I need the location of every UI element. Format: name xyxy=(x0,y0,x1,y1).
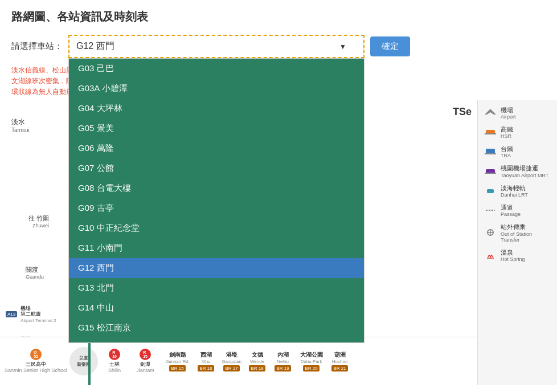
legend-airport-mrt: 桃園機場捷運 Taoyuan Airport MRT xyxy=(484,164,551,178)
childrens-park-icon: 兒童新樂園 xyxy=(69,347,98,375)
item-label: G03A 小碧潭 xyxy=(78,83,128,94)
legend-hotspring: 溫泉 Hot Spring xyxy=(484,248,551,262)
station-circle-o53: O53 xyxy=(30,349,42,360)
select-wrapper: G12 西門 ▼ G03 己巴 G03A 小碧潭 G04 大坪林 G05 景美 xyxy=(68,35,364,58)
page-title: 路網圖、各站資訊及時刻表 xyxy=(0,0,557,30)
dropdown-item-g13[interactable]: G13 北門 xyxy=(69,278,364,298)
item-label: G09 古亭 xyxy=(78,203,114,214)
legend-airport-mrt-en: Taoyuan Airport MRT xyxy=(501,173,548,178)
confirm-button[interactable]: 確定 xyxy=(370,36,410,56)
dropdown-menu: G03 己巴 G03A 小碧潭 G04 大坪林 G05 景美 G06 萬隆 G0… xyxy=(68,58,364,343)
station-selector-row: 請選擇車站： G12 西門 ▼ G03 己巴 G03A 小碧潭 G04 大坪林 xyxy=(0,30,557,63)
dropdown-item-g08[interactable]: G08 台電大樓 xyxy=(69,178,364,198)
dropdown-item-g12[interactable]: G12 西門 xyxy=(69,258,364,278)
station-o53: O53 三民高中Sanmin Senior High School xyxy=(5,349,67,374)
legend-passage: 通道 Passage xyxy=(484,203,551,217)
item-label: G13 北門 xyxy=(78,283,114,293)
plane-icon xyxy=(484,109,497,117)
station-select[interactable]: G12 西門 ▼ xyxy=(68,35,364,58)
legend-lrt: 淡海輕軌 Danhai LRT xyxy=(484,184,551,198)
station-br17: 港墘 Gangqian BR 17 xyxy=(219,351,244,371)
legend-hotspring-label: 溫泉 xyxy=(501,248,525,256)
dropdown-item-g06[interactable]: G06 萬隆 xyxy=(69,138,364,158)
dropdown-item-g10[interactable]: G10 中正紀念堂 xyxy=(69,218,364,238)
station-circle-r15: R15 xyxy=(140,349,151,360)
item-label: G05 景美 xyxy=(78,123,114,134)
legend-lrt-en: Danhai LRT xyxy=(501,192,528,198)
station-br19: 內湖 Neihu BR 19 xyxy=(270,351,296,371)
item-label: G03 己巴 xyxy=(78,63,114,74)
dropdown-arrow-icon: ▼ xyxy=(339,43,346,51)
zhuwei-label: 往 竹圍 Zhuwei xyxy=(28,214,49,228)
passage-icon xyxy=(484,206,497,214)
item-label: G14 中山 xyxy=(78,303,114,313)
brown-line-stations: 劍南路 Jiannan Rd. BR 15 西湖 Xihu BR 16 港墘 G… xyxy=(162,351,353,371)
item-label: G10 中正紀念堂 xyxy=(78,223,140,234)
item-label: G04 大坪林 xyxy=(78,103,122,114)
legend-hsr: 高鐵 HSR xyxy=(484,125,551,139)
dropdown-item-g15[interactable]: G15 松江南京 xyxy=(69,318,364,338)
item-label: G11 小南門 xyxy=(78,243,122,254)
item-label: G07 公館 xyxy=(78,163,114,174)
hsr-icon xyxy=(484,128,497,136)
legend-transfer-en: Out of Station Transfer xyxy=(501,231,551,243)
station-r16: R16 士林Shilin xyxy=(100,349,129,374)
dropdown-item-g11[interactable]: G11 小南門 xyxy=(69,238,364,258)
legend-lrt-label: 淡海輕軌 xyxy=(501,184,528,192)
transfer-icon xyxy=(484,228,497,236)
svg-rect-2 xyxy=(485,133,496,134)
tra-icon xyxy=(484,148,497,156)
airport-mrt-icon xyxy=(484,168,497,175)
legend-transfer-label: 站外傳乘 xyxy=(501,223,551,231)
bottom-station-bar: O53 三民高中Sanmin Senior High School 兒童新樂園 … xyxy=(0,337,477,385)
dropdown-item-g16[interactable]: G16 南京復興 xyxy=(69,338,364,343)
legend-transfer: 站外傳乘 Out of Station Transfer xyxy=(484,223,551,242)
dropdown-item-g03[interactable]: G03 己巴 xyxy=(69,59,364,79)
legend-airport-mrt-label: 桃園機場捷運 xyxy=(501,164,548,172)
item-label: G12 西門 xyxy=(78,263,114,273)
station-circle-r16: R16 xyxy=(109,349,120,360)
legend-hotspring-en: Hot Spring xyxy=(501,256,525,262)
station-br16: 西湖 Xihu BR 16 xyxy=(193,351,219,371)
selected-station-label: G12 西門 xyxy=(76,40,114,52)
svg-rect-4 xyxy=(485,153,496,154)
legend-hsr-en: HSR xyxy=(501,133,513,139)
airport-a13: A13 機場第二航廈Airport Terminal 2 xyxy=(6,305,56,324)
legend-tra-en: TRA xyxy=(501,153,513,158)
selector-label: 請選擇車站： xyxy=(11,41,63,52)
tamsui-label: 淡水 Tamsui xyxy=(11,117,30,133)
svg-marker-0 xyxy=(485,109,496,115)
item-label: G15 松江南京 xyxy=(78,322,131,333)
tamsui-en: Tamsui xyxy=(11,127,30,133)
guandu-label: 關渡 Guandu xyxy=(26,266,44,280)
svg-rect-6 xyxy=(485,173,496,174)
tse-label: TSe xyxy=(453,106,472,118)
item-label: G16 南京復興 xyxy=(78,342,131,343)
legend-passage-label: 通道 xyxy=(501,203,521,211)
legend-airport-label: 機場 xyxy=(501,106,516,114)
item-label: G06 萬隆 xyxy=(78,143,114,154)
dropdown-item-g14[interactable]: G14 中山 xyxy=(69,298,364,318)
hotspring-icon xyxy=(484,251,497,259)
item-label: G08 台電大樓 xyxy=(78,183,131,194)
dropdown-item-g03a[interactable]: G03A 小碧潭 xyxy=(69,79,364,99)
legend-tra-label: 台鐵 xyxy=(501,145,513,153)
dropdown-item-g05[interactable]: G05 景美 xyxy=(69,119,364,138)
dropdown-item-g09[interactable]: G09 古亭 xyxy=(69,198,364,218)
svg-rect-7 xyxy=(487,189,494,193)
dropdown-item-g04[interactable]: G04 大坪林 xyxy=(69,99,364,119)
legend-panel: 機場 Airport 高鐵 HSR xyxy=(477,100,557,385)
legend-passage-en: Passage xyxy=(501,211,521,217)
station-br18: 文德 Wende BR 18 xyxy=(244,351,270,371)
legend-airport: 機場 Airport xyxy=(484,106,551,120)
legend-tra: 台鐵 TRA xyxy=(484,145,551,158)
legend-airport-en: Airport xyxy=(501,114,516,120)
dropdown-item-g07[interactable]: G07 公館 xyxy=(69,158,364,178)
station-r15: R15 劍潭Jiantam xyxy=(131,349,159,374)
page-container: 路網圖、各站資訊及時刻表 請選擇車站： G12 西門 ▼ G03 己巴 G03A… xyxy=(0,0,557,392)
legend-hsr-label: 高鐵 xyxy=(501,125,513,133)
station-br20: 大湖公園 Dahu Park BR 20 xyxy=(296,351,327,371)
station-br21: 葫洲 Huzhou BR 21 xyxy=(327,351,353,371)
station-br15: 劍南路 Jiannan Rd. BR 15 xyxy=(162,351,193,371)
tamsui-text: 淡水 xyxy=(11,117,30,127)
